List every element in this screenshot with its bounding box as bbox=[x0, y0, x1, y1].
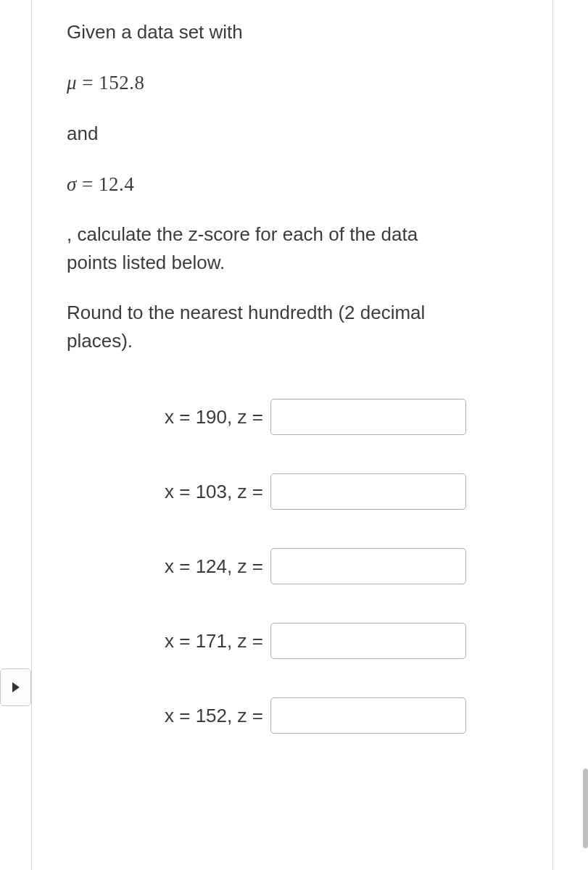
question-panel: Given a data set with μ = 152.8 and σ = … bbox=[31, 0, 553, 870]
answer-row: x = 152, z = bbox=[67, 697, 520, 734]
question-content: Given a data set with μ = 152.8 and σ = … bbox=[32, 0, 552, 734]
answer-row: x = 124, z = bbox=[67, 548, 520, 584]
answer-label: x = 171, z = bbox=[165, 627, 270, 655]
instruction-1: , calculate the z-score for each of the … bbox=[67, 220, 520, 277]
answer-label: x = 124, z = bbox=[165, 552, 270, 581]
play-icon bbox=[11, 682, 21, 693]
svg-marker-0 bbox=[12, 682, 20, 692]
z-input-2[interactable] bbox=[270, 473, 466, 510]
answer-rows: x = 190, z = x = 103, z = x = 124, z = x… bbox=[67, 399, 520, 734]
z-input-3[interactable] bbox=[270, 548, 466, 584]
sigma-line: σ = 12.4 bbox=[67, 170, 520, 199]
and-text: and bbox=[67, 120, 520, 148]
instruction-2: Round to the nearest hundredth (2 decima… bbox=[67, 299, 520, 355]
mu-line: μ = 152.8 bbox=[67, 68, 520, 98]
z-input-4[interactable] bbox=[270, 623, 466, 659]
answer-row: x = 103, z = bbox=[67, 473, 520, 510]
answer-row: x = 190, z = bbox=[67, 399, 520, 435]
intro-text: Given a data set with bbox=[67, 18, 520, 46]
expand-panel-button[interactable] bbox=[0, 668, 31, 706]
answer-label: x = 103, z = bbox=[165, 478, 270, 506]
answer-label: x = 190, z = bbox=[165, 403, 270, 431]
answer-row: x = 171, z = bbox=[67, 623, 520, 659]
scrollbar-thumb[interactable] bbox=[583, 768, 588, 848]
z-input-1[interactable] bbox=[270, 399, 466, 435]
answer-label: x = 152, z = bbox=[165, 702, 270, 730]
z-input-5[interactable] bbox=[270, 697, 466, 734]
